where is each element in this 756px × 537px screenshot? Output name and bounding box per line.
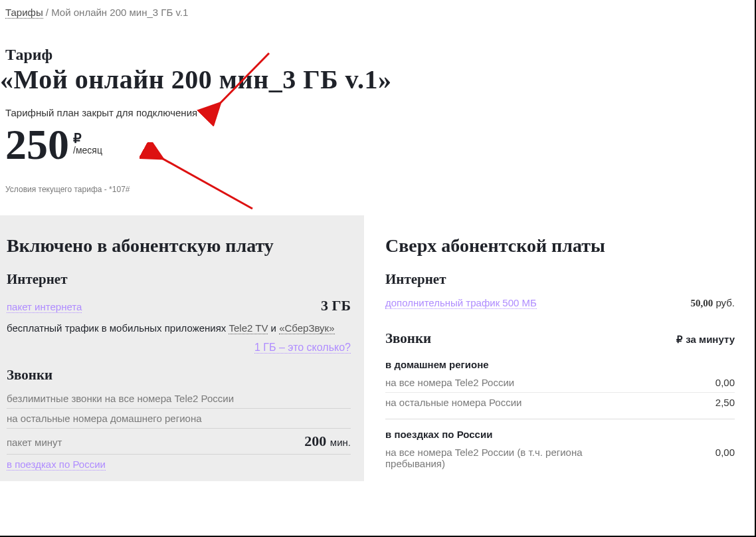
price-currency: ₽ — [73, 131, 82, 146]
home-other-price: 2,50 — [715, 397, 735, 408]
content-columns: Включено в абонентскую плату Интернет па… — [0, 215, 755, 481]
extra-calls-head: Звонки — [385, 330, 431, 347]
gb-helper-link[interactable]: 1 ГБ – это сколько? — [254, 342, 351, 354]
sberzvuk-link[interactable]: «СберЗвук» — [279, 322, 334, 334]
extra-traffic-price: 50,00 руб. — [690, 297, 735, 309]
included-calls-head: Звонки — [7, 367, 351, 383]
breadcrumb-current: Мой онлайн 200 мин_3 ГБ v.1 — [51, 7, 188, 18]
included-title: Включено в абонентскую плату — [7, 235, 351, 257]
closed-plan-note: Тарифный план закрыт для подключения — [0, 107, 755, 118]
trips-tele2-row: на все номера Tele2 России (в т.ч. регио… — [385, 443, 735, 473]
included-panel: Включено в абонентскую плату Интернет па… — [0, 215, 364, 481]
home-other-row: на остальные номера России 2,50 — [385, 392, 735, 412]
extra-internet-head: Интернет — [385, 271, 735, 288]
calls-min-pack-value: 200 мин. — [304, 433, 351, 450]
calls-unlimited-label: безлимитные звонки на все номера Tele2 Р… — [7, 393, 234, 404]
price-block: 250 ₽ /месяц — [0, 124, 755, 166]
breadcrumb: Тарифы / Мой онлайн 200 мин_3 ГБ v.1 — [0, 0, 755, 22]
home-tele2-label: на все номера Tele2 России — [385, 377, 514, 388]
trips-tele2-price: 0,00 — [715, 447, 735, 458]
home-tele2-row: на все номера Tele2 России 0,00 — [385, 373, 735, 392]
calls-unlimited-row: безлимитные звонки на все номера Tele2 Р… — [7, 389, 351, 408]
trips-subhead: в поездках по России — [385, 419, 735, 443]
calls-other-home-label: на остальные номера домашнего региона — [7, 413, 202, 424]
calls-min-unit: мин. — [330, 437, 351, 448]
internet-package-value: 3 ГБ — [321, 297, 351, 314]
calls-min-pack-row: пакет минут 200 мин. — [7, 428, 351, 454]
page-title: «Мой онлайн 200 мин_3 ГБ v.1» — [0, 64, 755, 95]
extra-traffic-link[interactable]: дополнительный трафик 500 МБ — [385, 297, 537, 309]
internet-package-row: пакет интернета 3 ГБ — [7, 293, 351, 318]
breadcrumb-sep: / — [46, 7, 51, 18]
page-header: Тариф «Мой онлайн 200 мин_3 ГБ v.1» — [0, 22, 755, 95]
ussd-condition-note: Условия текущего тарифа - *107# — [0, 185, 755, 194]
home-region-subhead: в домашнем регионе — [385, 350, 735, 373]
internet-package-amount: 3 — [321, 297, 328, 314]
internet-package-unit: ГБ — [331, 297, 351, 314]
trips-tele2-label: на все номера Tele2 России (в т.ч. регио… — [385, 447, 624, 469]
included-internet-head: Интернет — [7, 271, 351, 288]
per-minute-currency: ₽ — [676, 334, 683, 345]
calls-min-count: 200 — [304, 433, 326, 449]
extra-traffic-amount: 50,00 — [690, 298, 713, 308]
extra-traffic-unit: руб. — [715, 297, 735, 308]
extra-calls-head-row: Звонки ₽ за минуту — [385, 330, 735, 347]
calls-other-home-row: на остальные номера домашнего региона — [7, 408, 351, 428]
free-traffic-note: бесплатный трафик в мобильных приложения… — [7, 318, 351, 338]
per-minute-label: ₽ за минуту — [676, 334, 735, 346]
free-traffic-between: и — [268, 322, 279, 334]
calls-min-pack-label: пакет минут — [7, 437, 62, 448]
home-other-label: на остальные номера России — [385, 397, 521, 408]
tele2tv-link[interactable]: Tele2 TV — [229, 322, 268, 334]
price-period: /месяц — [73, 145, 102, 156]
internet-package-link[interactable]: пакет интернета — [7, 301, 82, 313]
calls-trips-row: в поездках по России — [7, 454, 351, 475]
extra-panel: Сверх абонентской платы Интернет дополни… — [371, 215, 747, 481]
price-unit: ₽ /месяц — [73, 130, 102, 156]
trips-russia-link[interactable]: в поездках по России — [7, 459, 106, 471]
gb-helper-row: 1 ГБ – это сколько? — [7, 338, 351, 355]
price-amount: 250 — [5, 124, 69, 166]
free-traffic-prefix: бесплатный трафик в мобильных приложения… — [7, 322, 229, 334]
breadcrumb-root-link[interactable]: Тарифы — [5, 7, 43, 19]
home-tele2-price: 0,00 — [715, 377, 735, 388]
extra-title: Сверх абонентской платы — [385, 235, 735, 257]
per-minute-text: за минуту — [686, 334, 735, 345]
header-superlabel: Тариф — [0, 46, 755, 64]
extra-traffic-row: дополнительный трафик 500 МБ 50,00 руб. — [385, 293, 735, 313]
